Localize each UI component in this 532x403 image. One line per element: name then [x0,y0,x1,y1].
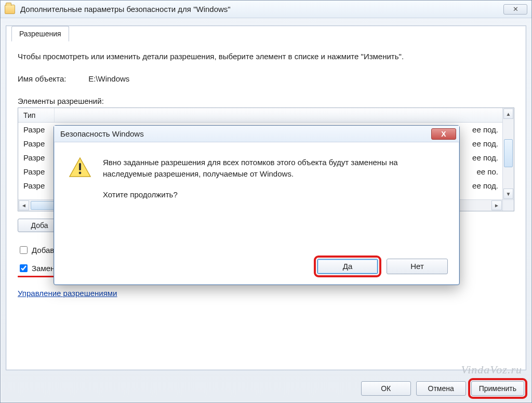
scroll-right-icon[interactable]: ► [491,200,502,210]
titlebar[interactable]: Дополнительные параметры безопасности дл… [1,1,531,18]
tabstrip: Разрешения [11,25,69,41]
dialog-line1: Явно заданные разрешения для всех потомк… [103,157,445,180]
instruction-text: Чтобы просмотреть или изменить детали ра… [18,52,514,61]
confirmation-dialog: Безопасность Windows X Явно заданные раз… [54,125,460,285]
warning-icon [69,157,91,178]
object-row: Имя объекта: E:\Windows [18,74,514,83]
replace-checkbox[interactable] [20,264,28,272]
cancel-button[interactable]: Отмена [416,381,466,396]
window-close-button[interactable]: ✕ [503,4,527,15]
permissions-label: Элементы разрешений: [18,97,514,105]
manage-permissions-link[interactable]: Управление разрешениями [18,289,117,298]
scroll-left-icon[interactable]: ◄ [19,200,29,210]
ok-button[interactable]: ОК [361,381,411,396]
dialog-buttons: Да Нет [317,259,448,274]
object-value: E:\Windows [88,74,129,83]
svg-rect-1 [79,163,81,170]
dialog-title: Безопасность Windows [60,129,144,138]
dialog-close-button[interactable]: X [431,128,456,140]
list-header[interactable]: Тип [18,108,514,123]
dialog-body: Явно заданные разрешения для всех потомк… [54,142,459,209]
dialog-text: Явно заданные разрешения для всех потомк… [103,157,445,209]
advanced-security-window: Дополнительные параметры безопасности дл… [0,0,532,403]
apply-button[interactable]: Применить [471,381,524,396]
no-button[interactable]: Нет [387,259,448,274]
column-type[interactable]: Тип [18,108,55,122]
dialog-footer: ОК Отмена Применить [1,374,531,402]
scroll-corner [502,199,514,211]
folder-icon [5,5,15,14]
dialog-titlebar[interactable]: Безопасность Windows X [54,126,459,142]
tab-permissions[interactable]: Разрешения [11,26,69,42]
scroll-thumb[interactable] [504,139,513,167]
svg-point-2 [79,172,82,174]
inherit-checkbox[interactable] [20,246,28,254]
dialog-line2: Хотите продолжить? [103,189,445,200]
window-title: Дополнительные параметры безопасности дл… [20,5,503,14]
vertical-scrollbar[interactable]: ▲ ▼ [502,108,514,199]
yes-button[interactable]: Да [317,259,378,274]
object-label: Имя объекта: [18,74,86,83]
scroll-up-icon[interactable]: ▲ [503,109,513,119]
scroll-down-icon[interactable]: ▼ [503,189,513,199]
